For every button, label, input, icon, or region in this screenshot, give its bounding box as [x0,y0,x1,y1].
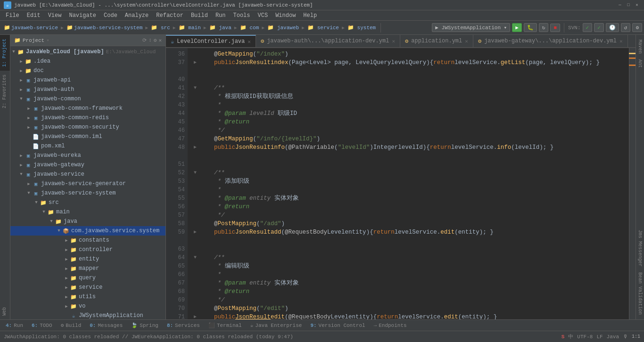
tree-gateway[interactable]: ▶ ▣javaweb-gateway [10,160,165,170]
fold-btn-41[interactable]: ▼ [191,84,199,92]
run-button[interactable]: ▶ [512,23,522,32]
fold-btn-64[interactable]: ▼ [191,253,199,262]
menu-item-window[interactable]: Window [272,11,299,20]
tree-common[interactable]: ▼ ▣javaweb-common [10,94,165,104]
reload-button[interactable]: ↻ [539,23,549,32]
gear-btn[interactable]: ⚙ [154,37,157,43]
tab-todo[interactable]: 6:TODO [28,322,56,329]
tab-maven[interactable]: Maven [636,37,644,57]
tree-main[interactable]: ▼ 📁main [10,207,165,217]
menu-item-run[interactable]: Run [212,11,230,20]
close-button[interactable]: ✕ [634,2,640,8]
tab-auth-dev-yml[interactable]: ⚙ javaweb-auth\...\application-dev.yml ✕ [256,35,400,47]
fold-btn-48[interactable]: ▶ [191,143,199,152]
minimize-button[interactable]: ─ [617,2,623,8]
menu-item-navigate[interactable]: Navigate [65,11,100,20]
tree-service-generator[interactable]: ▶ ▣javaweb-service-generator [10,179,165,188]
tab-terminal[interactable]: ⬛Terminal [205,321,246,329]
tab-close-level[interactable]: ✕ [248,39,251,45]
breadcrumb-javaweb-service[interactable]: 📁 javaweb-service [2,24,60,32]
tab-close-auth[interactable]: ✕ [392,38,395,44]
tree-common-iml[interactable]: ▶ 📄javaweb-common.iml [10,132,165,141]
code-content[interactable]: @GetMapping("/index") ▶ public JsonResul… [188,48,629,319]
menu-item-help[interactable]: Help [299,11,321,20]
breadcrumb-java[interactable]: 📁 java [207,24,233,32]
tree-entity[interactable]: ▶ 📁entity [10,254,165,264]
tree-common-security[interactable]: ▶ ▣javaweb-common-security [10,122,165,132]
tree-root[interactable]: ▼ 📁 JavaWeb_Cloud [javaweb] E:\JavaWeb_C… [10,47,165,57]
settings-btn[interactable]: ⚙ [632,23,642,32]
tree-service-system[interactable]: ▼ ▣javaweb-service-system [10,188,165,198]
tree-auth[interactable]: ▶ ▣javaweb-auth [10,85,165,94]
fold-btn-71[interactable]: ▶ [191,313,199,319]
tab-favorites[interactable]: 2: Favorites [0,71,10,112]
fold-btn-37[interactable]: ▶ [191,58,199,67]
tree-src[interactable]: ▼ 📁src [10,198,165,207]
tab-bean-validation[interactable]: Bean Validation [636,269,644,318]
menu-item-edit[interactable]: Edit [23,11,44,20]
svn-update-btn[interactable]: ✓ [594,23,604,32]
tree-java[interactable]: ▼ 📁java [10,217,165,226]
menu-item-tools[interactable]: Tools [230,11,254,20]
breadcrumb-system[interactable]: 📁 system [346,24,378,32]
scroll-indicator[interactable] [629,48,636,319]
menu-item-analyze[interactable]: Analyze [121,11,152,20]
tree-service-folder[interactable]: ▶ 📁service [10,283,165,292]
svn-revert-btn[interactable]: ↺ [621,23,631,32]
tab-services[interactable]: 8:Services [163,322,204,329]
tree-package[interactable]: ▼ 📦com.javaweb.service.system [10,226,165,236]
breadcrumb-javaweb[interactable]: 📁 javaweb [265,24,301,32]
tab-level-controller[interactable]: ☕ LevelController.java ✕ [166,35,256,47]
tree-common-framework[interactable]: ▶ ▣javaweb-common-framework [10,104,165,113]
sync-btn[interactable]: ⟳ [142,37,147,43]
tab-close-gateway[interactable]: ✕ [619,38,623,44]
status-line-sep[interactable]: LF [596,334,603,340]
menu-item-file[interactable]: File [2,11,23,20]
tab-spring[interactable]: 🍃Spring [127,321,162,329]
tab-build[interactable]: ⚙Build [57,321,85,329]
status-encoding[interactable]: UTF-8 [577,334,593,340]
stop-button[interactable]: ■ [550,24,560,32]
breadcrumb-com[interactable]: 📁 com [238,24,261,32]
maximize-button[interactable]: □ [625,2,632,8]
tree-constants[interactable]: ▶ 📁constants [10,236,165,245]
tree-vo[interactable]: ▶ 📁vo [10,301,165,311]
menu-item-vcs[interactable]: VCS [254,11,272,20]
tree-common-redis[interactable]: ▶ ▣javaweb-common-redis [10,113,165,122]
code-editor[interactable]: 36 37 40 41 42 43 44 45 46 47 48 51 52 5… [166,48,636,319]
tab-java-enterprise[interactable]: ☕Java Enterprise [247,321,306,329]
breadcrumb-service[interactable]: 📁 service [305,24,341,32]
tree-controller[interactable]: ▶ 📁controller [10,245,165,254]
breadcrumb-javaweb-service-system[interactable]: 📁 javaweb-service-system [65,24,144,32]
fold-btn-59[interactable]: ▶ [191,228,199,236]
menu-item-view[interactable]: View [44,11,66,20]
tree-api[interactable]: ▶ ▣javaweb-api [10,75,165,85]
svn-history-btn[interactable]: 🕐 [606,23,619,32]
breadcrumb-src[interactable]: 📁 src [149,24,172,32]
status-filetype[interactable]: Java [607,334,619,340]
tab-run[interactable]: 4:Run [2,322,27,329]
tab-jms-messenger[interactable]: Jms Messenger [636,227,644,269]
tree-doc[interactable]: ▶ 📁doc [10,66,165,75]
tab-application-yml[interactable]: ⚙ application.yml ✕ [400,35,473,47]
tree-jwsystem-app[interactable]: ▶ ☕JWSystemApplication [10,311,165,319]
tree-mapper[interactable]: ▶ 📁mapper [10,264,165,273]
status-lang[interactable]: 中 [568,333,573,340]
menu-item-refactor[interactable]: Refactor [152,11,187,20]
menu-item-build[interactable]: Build [187,11,212,20]
tab-web[interactable]: Web [0,303,10,319]
tab-project[interactable]: 1: Project [0,35,10,71]
tree-query[interactable]: ▶ 📁query [10,273,165,283]
debug-button[interactable]: 🐛 [524,23,537,32]
tree-service[interactable]: ▼ ▣javaweb-service [10,170,165,179]
breadcrumb-main[interactable]: 📁 main [177,24,203,32]
tab-messages[interactable]: 0:Messages [86,322,126,329]
collapse-btn[interactable]: ↕ [149,37,152,43]
tree-eureka[interactable]: ▶ ▣javaweb-eureka [10,151,165,160]
tree-idea[interactable]: ▶ 📁.idea [10,57,165,66]
svn-checkmark-btn[interactable]: ✓ [583,23,593,32]
tab-close-app[interactable]: ✕ [465,38,468,44]
tab-gateway-dev-yml[interactable]: ⚙ javaweb-gateway\...\application-dev.ym… [473,35,628,47]
tree-utils[interactable]: ▶ 📁utils [10,292,165,301]
run-config-selector[interactable]: ▶ JWSystemApplication ▾ [432,23,510,32]
